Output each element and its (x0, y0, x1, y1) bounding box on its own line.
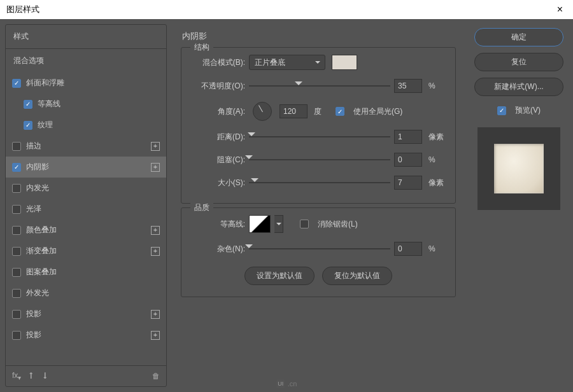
style-item[interactable]: 颜色叠加+ (6, 220, 166, 241)
style-item[interactable]: 光泽 (6, 199, 166, 220)
style-item-label: 光泽 (26, 204, 41, 214)
close-icon[interactable]: × (553, 4, 567, 15)
style-item-checkbox[interactable] (12, 289, 21, 298)
style-item-label: 渐变叠加 (26, 246, 57, 256)
style-item-label: 外发光 (26, 288, 49, 298)
reset-default-button[interactable]: 复位为默认值 (322, 267, 392, 285)
opacity-unit: % (428, 81, 446, 90)
style-item-label: 斜面和浮雕 (26, 78, 64, 88)
opacity-input[interactable] (394, 79, 422, 93)
move-down-icon[interactable]: 🠗 (41, 372, 49, 381)
style-item[interactable]: 内发光 (6, 178, 166, 199)
choke-unit: % (428, 155, 446, 164)
antialias-label: 消除锯齿(L) (318, 219, 358, 230)
style-item[interactable]: 投影+ (6, 304, 166, 325)
style-item-checkbox[interactable] (12, 163, 21, 172)
style-item-checkbox[interactable] (12, 310, 21, 319)
dialog-title: 图层样式 (6, 4, 39, 15)
style-item-checkbox[interactable] (12, 331, 21, 340)
style-item[interactable]: 斜面和浮雕 (6, 73, 166, 94)
blend-mode-label: 混合模式(B): (190, 57, 245, 68)
style-item-label: 投影 (26, 330, 41, 340)
style-item[interactable]: 渐变叠加+ (6, 241, 166, 262)
contour-picker[interactable] (249, 215, 271, 233)
style-item-label: 颜色叠加 (26, 225, 57, 235)
size-slider[interactable] (249, 176, 390, 189)
angle-label: 角度(A): (190, 106, 245, 117)
style-item[interactable]: 纹理 (6, 115, 166, 136)
style-item[interactable]: 等高线 (6, 94, 166, 115)
watermark: UI .cn (276, 379, 297, 388)
style-item-checkbox[interactable] (12, 79, 21, 88)
choke-input[interactable] (394, 153, 422, 167)
style-item-label: 纹理 (38, 120, 53, 130)
add-effect-icon[interactable]: + (151, 331, 160, 340)
color-swatch[interactable] (332, 55, 357, 70)
size-input[interactable] (394, 176, 422, 190)
preview-label: 预览(V) (515, 105, 541, 116)
watermark-logo-icon: UI (276, 379, 285, 388)
noise-label: 杂色(N): (190, 244, 245, 255)
fx-menu-icon[interactable]: fx▾ (12, 371, 21, 381)
style-item-label: 等高线 (38, 99, 60, 109)
global-light-checkbox[interactable] (336, 107, 344, 116)
style-item-label: 投影 (26, 309, 41, 319)
angle-input[interactable] (279, 104, 308, 118)
style-item-checkbox[interactable] (12, 205, 21, 214)
choke-slider[interactable] (249, 153, 390, 166)
distance-slider[interactable] (249, 130, 390, 143)
angle-unit: 度 (314, 106, 332, 117)
style-item-label: 描边 (26, 141, 41, 151)
opacity-label: 不透明度(O): (190, 81, 245, 92)
opacity-slider[interactable] (249, 80, 390, 92)
blend-options-header[interactable]: 混合选项 (6, 49, 166, 73)
structure-group-label: 结构 (190, 42, 213, 53)
style-item-checkbox[interactable] (24, 100, 32, 109)
style-item[interactable]: 图案叠加 (6, 262, 166, 283)
set-default-button[interactable]: 设置为默认值 (244, 267, 315, 285)
style-item-checkbox[interactable] (12, 184, 21, 193)
add-effect-icon[interactable]: + (151, 310, 160, 319)
size-unit: 像素 (428, 178, 446, 188)
move-up-icon[interactable]: 🠕 (27, 372, 35, 381)
style-item[interactable]: 外发光 (6, 283, 166, 304)
reset-button[interactable]: 复位 (474, 53, 563, 71)
add-effect-icon[interactable]: + (151, 163, 160, 172)
distance-input[interactable] (394, 130, 422, 144)
noise-slider[interactable] (249, 242, 390, 255)
style-item-checkbox[interactable] (12, 226, 21, 235)
distance-label: 距离(D): (190, 132, 245, 143)
style-item-checkbox[interactable] (24, 121, 32, 130)
size-label: 大小(S): (190, 178, 245, 188)
add-effect-icon[interactable]: + (151, 142, 160, 151)
style-item[interactable]: 内阴影+ (6, 157, 166, 178)
style-item-label: 内发光 (26, 183, 49, 193)
contour-label: 等高线: (190, 219, 245, 230)
ok-button[interactable]: 确定 (474, 28, 563, 46)
style-item-checkbox[interactable] (12, 142, 21, 151)
global-light-label: 使用全局光(G) (353, 106, 402, 117)
angle-dial[interactable] (253, 102, 272, 121)
antialias-checkbox[interactable] (300, 220, 309, 228)
style-item[interactable]: 投影+ (6, 325, 166, 346)
style-item-checkbox[interactable] (12, 247, 21, 256)
noise-input[interactable] (394, 242, 422, 256)
preview-thumbnail (478, 127, 560, 210)
style-item[interactable]: 描边+ (6, 136, 166, 157)
new-style-button[interactable]: 新建样式(W)... (474, 78, 563, 96)
quality-group-label: 品质 (190, 202, 213, 213)
style-item-label: 图案叠加 (26, 267, 57, 277)
preview-checkbox[interactable] (497, 106, 506, 115)
noise-unit: % (428, 244, 446, 253)
add-effect-icon[interactable]: + (151, 226, 160, 235)
blend-mode-dropdown[interactable]: 正片叠底 (249, 55, 325, 70)
contour-dropdown-icon[interactable] (274, 215, 283, 233)
action-panel: 确定 复位 新建样式(W)... 预览(V) (465, 19, 573, 392)
sidebar: 样式 混合选项 斜面和浮雕等高线纹理描边+内阴影+内发光光泽颜色叠加+渐变叠加+… (0, 19, 172, 392)
styles-header[interactable]: 样式 (6, 25, 166, 49)
add-effect-icon[interactable]: + (151, 247, 160, 256)
settings-panel: 内阴影 结构 混合模式(B): 正片叠底 不透明度(O): % 角度(A): 度 (172, 19, 465, 392)
style-item-checkbox[interactable] (12, 268, 21, 277)
style-item-label: 内阴影 (26, 162, 49, 172)
trash-icon[interactable]: 🗑 (152, 372, 160, 381)
